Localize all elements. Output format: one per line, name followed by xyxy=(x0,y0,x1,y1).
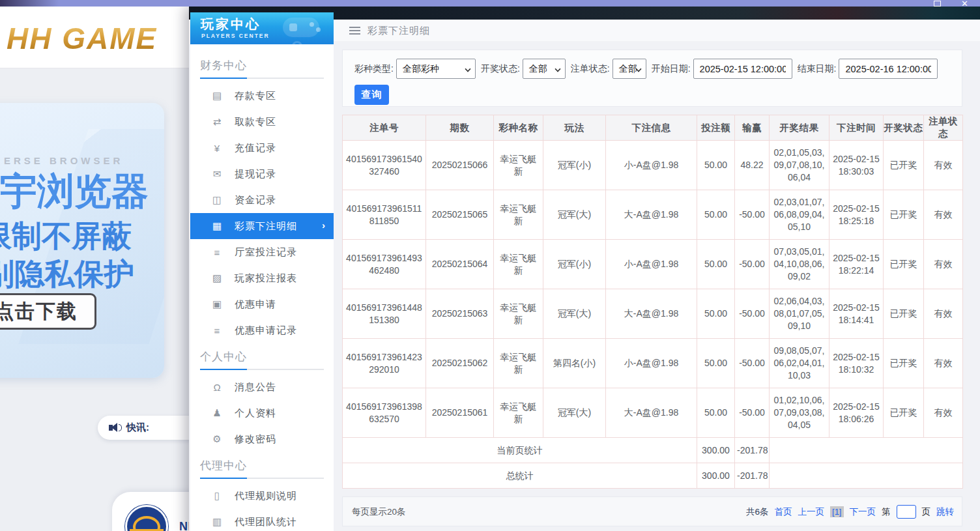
sidebar-item-消息公告[interactable]: Ω消息公告 xyxy=(190,374,334,400)
page-jump-input[interactable] xyxy=(897,505,916,519)
cell-play-type: 冠军(大) xyxy=(543,388,606,438)
news-ticker-label: 快讯: xyxy=(126,422,149,434)
sidebar-item-取款专区[interactable]: ⇄取款专区 xyxy=(190,109,334,135)
cell-order-status: 有效 xyxy=(924,190,963,240)
document-icon: ▯ xyxy=(210,490,224,502)
withdraw-hand-icon: ⇄ xyxy=(210,116,224,128)
jump-prefix-label: 第 xyxy=(882,506,891,518)
ad-english-tagline: ERSE BROWSER xyxy=(4,155,123,166)
sidebar-item-label: 个人资料 xyxy=(235,407,276,420)
bank-card-icon: ▤ xyxy=(210,90,224,102)
summary-empty xyxy=(770,463,963,489)
sidebar-item-label: 提现记录 xyxy=(235,168,276,180)
column-header-注单号: 注单号 xyxy=(343,115,426,141)
column-header-投注额: 投注额 xyxy=(697,115,735,141)
draw-status-label: 开奖状态: xyxy=(481,63,520,75)
table-row: 40156917396151181185020250215065幸运飞艇新冠军(… xyxy=(343,190,963,240)
table-row: 40156917396139863257020250215061幸运飞艇新冠军(… xyxy=(343,388,963,438)
cell-win-loss: -50.00 xyxy=(735,289,770,339)
end-date-input[interactable] xyxy=(839,59,938,79)
summary-empty xyxy=(770,438,963,463)
cell-bet-info: 大-A盘@1.98 xyxy=(606,388,697,438)
cell-bet-amount: 50.00 xyxy=(697,388,735,438)
report-chart-icon: ▨ xyxy=(210,272,224,284)
sidebar-title: 玩家中心 xyxy=(201,16,261,33)
lottery-type-select[interactable]: 全部彩种 xyxy=(396,59,476,79)
sidebar-item-提现记录[interactable]: ✉提现记录 xyxy=(190,161,334,187)
close-icon[interactable]: ✕ xyxy=(961,1,968,7)
column-header-输赢: 输赢 xyxy=(735,115,770,141)
sidebar-item-label: 彩票下注明细 xyxy=(235,220,297,233)
cell-bet-info: 小-A盘@1.98 xyxy=(606,339,697,388)
sidebar-section-title: 个人中心 xyxy=(190,343,334,369)
sidebar-section-underline xyxy=(200,369,324,370)
cell-draw-result: 02,06,04,03,08,01,07,05,09,10 xyxy=(770,289,829,339)
start-date-input[interactable] xyxy=(693,59,792,79)
search-button[interactable]: 查询 xyxy=(354,85,389,105)
cell-lottery-name: 幸运飞艇新 xyxy=(494,190,543,240)
cell-draw-result: 09,08,05,07,06,02,04,01,10,03 xyxy=(770,339,829,388)
cell-draw-status: 已开奖 xyxy=(884,289,924,339)
cell-order-status: 有效 xyxy=(924,141,963,190)
sidebar-item-充值记录[interactable]: ¥充值记录 xyxy=(190,135,334,161)
cell-order-no: 401569173961493462480 xyxy=(343,240,426,289)
sidebar-item-代理规则说明[interactable]: ▯代理规则说明 xyxy=(190,483,334,509)
maximize-icon[interactable] xyxy=(934,1,941,7)
cell-order-status: 有效 xyxy=(924,339,963,388)
cell-play-type: 冠军(大) xyxy=(543,289,606,339)
cell-lottery-name: 幸运飞艇新 xyxy=(494,141,543,190)
summary-bet-total: 300.00 xyxy=(697,438,735,463)
order-status-label: 注单状态: xyxy=(571,63,610,75)
sidebar-item-label: 充值记录 xyxy=(235,142,276,154)
first-page-link[interactable]: 首页 xyxy=(775,506,792,518)
cell-bet-time: 2025-02-15 18:14:41 xyxy=(829,289,884,339)
cell-lottery-name: 幸运飞艇新 xyxy=(494,388,543,438)
cell-bet-info: 小-A盘@1.98 xyxy=(606,240,697,289)
sidebar-item-代理团队统计[interactable]: ▥代理团队统计 xyxy=(190,509,334,531)
sidebar-item-彩票下注明细[interactable]: ▦彩票下注明细› xyxy=(190,213,334,239)
prev-page-link[interactable]: 上一页 xyxy=(798,506,825,518)
draw-status-select[interactable]: 全部 xyxy=(523,59,566,79)
sidebar-item-玩家投注报表[interactable]: ▨玩家投注报表 xyxy=(190,265,334,291)
sidebar-item-label: 优惠申请记录 xyxy=(235,324,297,337)
cell-order-no: 401569173961398632570 xyxy=(343,388,426,438)
sidebar-item-修改密码[interactable]: ⚙修改密码 xyxy=(190,426,334,452)
cell-draw-result: 07,03,05,01,04,10,08,06,09,02 xyxy=(770,240,829,289)
download-button[interactable]: 点击下载 xyxy=(0,293,96,330)
cell-bet-time: 2025-02-15 18:06:26 xyxy=(829,388,884,438)
sidebar-item-存款专区[interactable]: ▤存款专区 xyxy=(190,83,334,109)
sidebar-menu: 财务中心▤存款专区⇄取款专区¥充值记录✉提现记录◫资金记录▦彩票下注明细›≡厅室… xyxy=(190,44,334,531)
cell-play-type: 冠军(小) xyxy=(543,141,606,190)
hamburger-icon[interactable] xyxy=(349,27,360,35)
sidebar-item-资金记录[interactable]: ◫资金记录 xyxy=(190,187,334,213)
end-date-label: 结束日期: xyxy=(798,63,837,75)
cell-lottery-name: 幸运飞艇新 xyxy=(494,240,543,289)
cell-period: 20250215063 xyxy=(426,289,494,339)
sidebar-item-厅室投注记录[interactable]: ≡厅室投注记录 xyxy=(190,239,334,265)
browser-ad-banner[interactable]: ERSE BROWSER 宇浏览器 限制不屏蔽 别隐私保护 点击下载 xyxy=(0,103,164,378)
ad-line3: 别隐私保护 xyxy=(0,254,134,294)
cell-bet-amount: 50.00 xyxy=(697,289,735,339)
sidebar-item-优惠申请[interactable]: ▣优惠申请 xyxy=(190,291,334,317)
gear-icon: ⚙ xyxy=(210,433,224,445)
start-date-label: 开始日期: xyxy=(652,63,691,75)
chevron-right-icon: › xyxy=(322,220,325,231)
sidebar-item-优惠申请记录[interactable]: ≡优惠申请记录 xyxy=(190,317,334,343)
cell-order-no: 401569173961511811850 xyxy=(343,190,426,240)
cell-draw-status: 已开奖 xyxy=(884,141,924,190)
sidebar-item-label: 修改密码 xyxy=(235,433,276,446)
sidebar-item-label: 消息公告 xyxy=(235,381,276,394)
cell-draw-result: 02,01,05,03,09,07,08,10,06,04 xyxy=(770,141,829,190)
order-status-select[interactable]: 全部 xyxy=(612,59,646,79)
next-page-link[interactable]: 下一页 xyxy=(850,506,876,518)
player-center-window: 玩家中心 PLAYERS CENTER 财务中心▤存款专区⇄取款专区¥充值记录✉… xyxy=(189,7,980,531)
lottery-type-label: 彩种类型: xyxy=(354,63,394,75)
gamepad-icon xyxy=(283,18,319,37)
column-header-下注信息: 下注信息 xyxy=(606,115,697,141)
jump-go-link[interactable]: 跳转 xyxy=(936,506,954,518)
cell-order-status: 有效 xyxy=(924,388,963,438)
sidebar-item-个人资料[interactable]: ♟个人资料 xyxy=(190,400,334,426)
sidebar-item-label: 代理团队统计 xyxy=(235,516,297,528)
column-header-玩法: 玩法 xyxy=(543,115,606,141)
summary-row: 总统计300.00-201.78 xyxy=(343,463,963,489)
